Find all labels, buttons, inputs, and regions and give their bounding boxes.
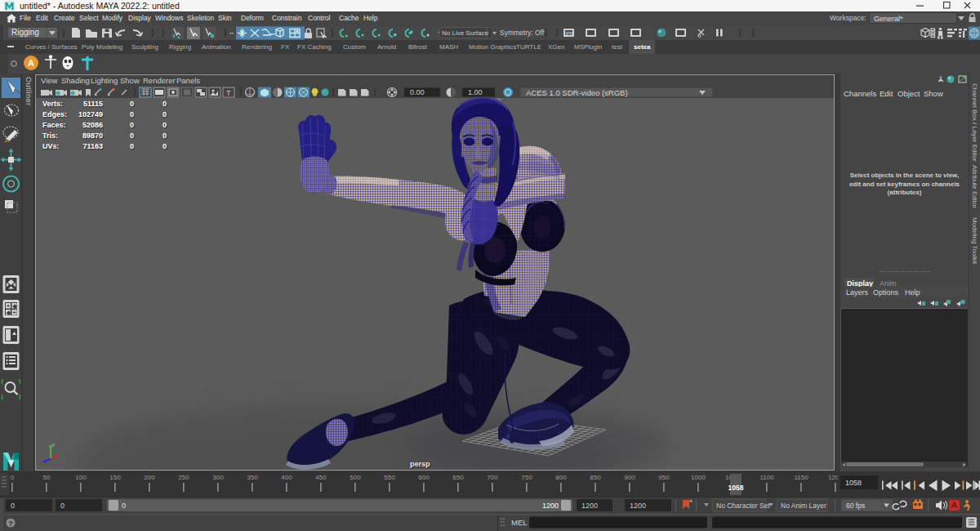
svg-text:Rigging: Rigging	[11, 28, 39, 37]
svg-text:ACES 1.0 SDR-video (sRGB): ACES 1.0 SDR-video (sRGB)	[526, 88, 628, 97]
svg-text:1200: 1200	[630, 502, 646, 510]
svg-text:IPR: IPR	[566, 31, 573, 36]
svg-text:700: 700	[487, 474, 498, 481]
svg-text:+: +	[689, 498, 693, 504]
svg-text:750: 750	[521, 474, 532, 481]
svg-text:1200: 1200	[542, 502, 559, 510]
svg-text:800: 800	[555, 474, 567, 481]
svg-text:1200: 1200	[581, 502, 598, 510]
svg-text:50: 50	[43, 474, 51, 481]
svg-text:0: 0	[60, 502, 65, 510]
svg-text:1150: 1150	[794, 474, 808, 481]
svg-text:1000: 1000	[691, 474, 706, 481]
svg-text:450: 450	[315, 474, 327, 481]
svg-text:550: 550	[384, 474, 395, 481]
svg-text:1100: 1100	[760, 474, 774, 481]
svg-text:1058: 1058	[845, 479, 862, 487]
svg-text:MEL: MEL	[511, 518, 528, 527]
svg-text:No Live Surface: No Live Surface	[442, 29, 488, 37]
svg-text:0: 0	[122, 502, 126, 510]
svg-text:?: ?	[8, 520, 13, 528]
svg-text:0.00: 0.00	[410, 88, 425, 96]
svg-text:200: 200	[144, 474, 155, 481]
svg-text:Symmetry: Off: Symmetry: Off	[500, 29, 545, 37]
svg-text:+: +	[13, 310, 16, 315]
svg-text:0: 0	[11, 502, 15, 510]
svg-text:No Character Set: No Character Set	[716, 502, 770, 510]
svg-text:0: 0	[11, 474, 15, 481]
svg-text:350: 350	[247, 474, 258, 481]
svg-text:900: 900	[624, 474, 635, 481]
svg-text:650: 650	[452, 474, 464, 481]
svg-text:400: 400	[281, 474, 292, 481]
svg-text:950: 950	[658, 474, 670, 481]
svg-text:300: 300	[212, 474, 224, 481]
svg-text:◆: ◆	[6, 310, 11, 316]
svg-text:No Anim Layer: No Anim Layer	[781, 502, 826, 510]
svg-text:250: 250	[178, 474, 189, 481]
svg-text:y: y	[52, 442, 55, 447]
svg-text:500: 500	[350, 474, 361, 481]
svg-text:60 fps: 60 fps	[846, 502, 865, 510]
svg-text:T: T	[226, 89, 231, 97]
svg-text:+: +	[7, 303, 10, 309]
svg-text:100: 100	[75, 474, 87, 481]
svg-text:150: 150	[109, 474, 121, 481]
svg-text:1058: 1058	[728, 484, 744, 492]
svg-text:◆: ◆	[12, 303, 18, 310]
svg-text:A: A	[28, 58, 34, 68]
svg-text:1.00: 1.00	[468, 88, 483, 96]
svg-text:600: 600	[418, 474, 430, 481]
svg-text:850: 850	[590, 474, 601, 481]
